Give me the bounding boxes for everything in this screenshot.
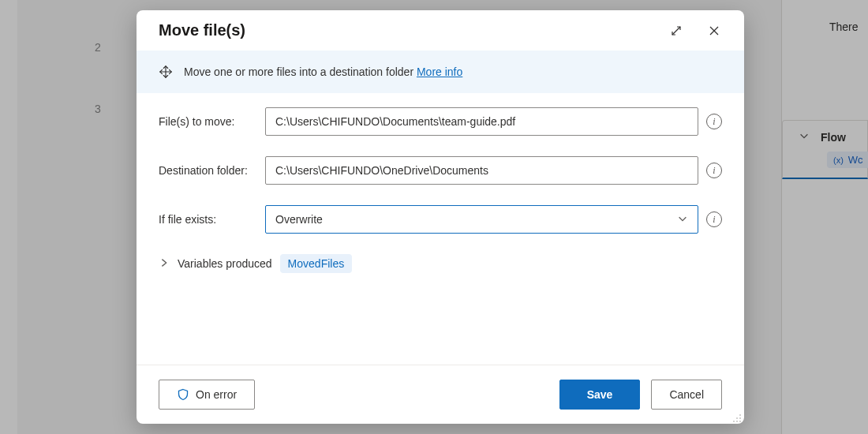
info-icon[interactable]: i [706, 211, 722, 227]
svg-line-0 [672, 27, 680, 35]
info-banner: Move one or more files into a destinatio… [137, 51, 744, 93]
info-icon[interactable]: i [706, 114, 722, 129]
destination-folder-input[interactable] [265, 156, 698, 185]
if-exists-value: Overwrite [275, 213, 323, 226]
files-to-move-input[interactable] [265, 107, 698, 136]
if-exists-select[interactable]: Overwrite [265, 205, 698, 234]
info-icon[interactable]: i [706, 163, 722, 178]
svg-point-10 [739, 421, 741, 422]
dialog-title: Move file(s) [159, 21, 245, 39]
files-to-move-label: File(s) to move: [159, 115, 265, 128]
svg-point-7 [739, 417, 741, 419]
move-files-dialog: Move file(s) [137, 10, 744, 424]
variables-produced-label: Variables produced [178, 257, 272, 270]
dialog-footer: On error Save Cancel [137, 365, 744, 424]
on-error-button[interactable]: On error [159, 380, 255, 410]
svg-point-6 [736, 417, 738, 419]
on-error-label: On error [196, 388, 237, 401]
banner-text: Move one or more files into a destinatio… [184, 65, 413, 78]
more-info-link[interactable]: More info [417, 65, 462, 78]
chevron-right-icon [159, 257, 170, 271]
shield-icon [177, 388, 189, 401]
move-arrows-icon [159, 65, 173, 79]
dialog-body: File(s) to move: i Destination folder: i… [137, 93, 744, 365]
chevron-down-icon [677, 213, 688, 226]
expand-icon[interactable] [668, 23, 684, 39]
close-icon[interactable] [706, 23, 722, 39]
cancel-label: Cancel [669, 388, 704, 401]
save-button[interactable]: Save [559, 380, 641, 410]
variable-badge[interactable]: MovedFiles [280, 254, 353, 273]
resize-grip-icon[interactable] [732, 412, 742, 421]
svg-point-5 [739, 414, 741, 416]
dialog-header: Move file(s) [137, 10, 744, 51]
cancel-button[interactable]: Cancel [651, 380, 722, 410]
save-label: Save [587, 388, 613, 401]
svg-point-8 [733, 421, 735, 422]
variables-produced-row[interactable]: Variables produced MovedFiles [159, 254, 722, 273]
svg-point-9 [736, 421, 738, 422]
if-exists-label: If file exists: [159, 213, 265, 226]
destination-folder-label: Destination folder: [159, 164, 265, 177]
